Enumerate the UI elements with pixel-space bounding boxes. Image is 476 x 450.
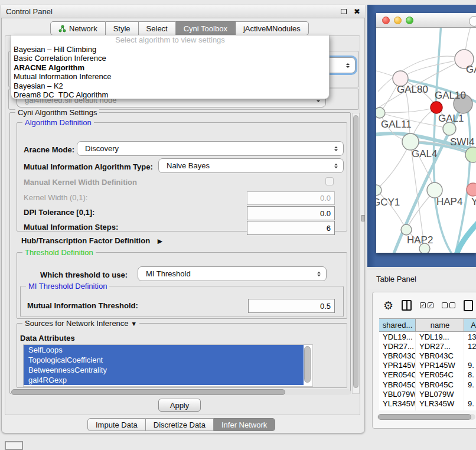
- cell: YLR345W: [416, 399, 464, 408]
- cell: YDL19...: [379, 332, 416, 341]
- which-threshold-value: MI Threshold: [146, 269, 191, 278]
- which-threshold-combobox[interactable]: MI Threshold: [138, 266, 327, 281]
- table-panel-header: Table Panel: [367, 269, 476, 289]
- cell: YDL19...: [416, 332, 464, 341]
- node-selected[interactable]: [431, 102, 442, 113]
- table-row[interactable]: YBR043C YBR043C: [379, 351, 476, 360]
- cell: 9.: [464, 399, 476, 408]
- table-row[interactable]: YDL19... YDL19... 13: [379, 332, 476, 341]
- dpi-tolerance-input[interactable]: 0.0: [247, 206, 335, 220]
- node[interactable]: [467, 183, 476, 196]
- tab-discretize-data[interactable]: Discretize Data: [146, 418, 214, 431]
- list-item[interactable]: gal4RGexp: [24, 375, 304, 385]
- sources-group-title[interactable]: Sources for Network Inference ▼: [22, 319, 139, 328]
- kernel-width-input[interactable]: 0.0: [247, 191, 335, 205]
- kernel-width-label: Kernel Width (0,1):: [24, 193, 87, 202]
- dropdown-item[interactable]: Bayesian – K2: [11, 81, 329, 90]
- manual-kernel-checkbox[interactable]: [325, 177, 334, 185]
- dropdown-item[interactable]: Basic Correlation Inference: [11, 54, 329, 63]
- settings-vertical-scrollbar-thumb[interactable]: [353, 115, 358, 388]
- cell: 12: [464, 341, 476, 351]
- bottom-tabbar: Impute Data Discretize Data Infer Networ…: [87, 418, 275, 431]
- hub-definition-toggle[interactable]: Hub/Transcription Factor Definition ▶: [21, 236, 162, 245]
- split-columns-icon[interactable]: [402, 300, 412, 311]
- new-table-icon[interactable]: [464, 300, 473, 311]
- list-item[interactable]: BetweennessCentrality: [24, 365, 304, 375]
- table-row[interactable]: YBL079W YBL079W: [379, 389, 476, 399]
- mi-steps-input[interactable]: 6: [247, 221, 335, 235]
- cell: YER054C: [416, 370, 464, 380]
- dpi-tolerance-value: 0.0: [320, 209, 331, 218]
- table-horizontal-scrollbar-thumb[interactable]: [378, 414, 471, 420]
- table-panel-toolbar: ⚙ ✓ ✓: [373, 297, 476, 314]
- float-window-icon[interactable]: [341, 9, 347, 14]
- settings-vertical-scrollbar[interactable]: [352, 113, 360, 394]
- attributes-scrollbar[interactable]: [304, 345, 311, 385]
- aracne-mode-combobox[interactable]: Discovery: [77, 141, 344, 156]
- tab-network[interactable]: Network: [50, 21, 106, 35]
- close-icon[interactable]: ✖: [354, 8, 360, 15]
- dropdown-item[interactable]: Dream8 DC_TDC Algorithm: [11, 90, 329, 99]
- dropdown-item[interactable]: Bayesian – Hill Climbing: [11, 45, 329, 54]
- tab-infer-network[interactable]: Infer Network: [214, 418, 275, 431]
- splitter-handle[interactable]: [361, 215, 365, 221]
- unchecked-box-icon: [449, 302, 455, 308]
- close-traffic-light-icon[interactable]: [382, 17, 390, 24]
- list-item[interactable]: TopologicalCoefficient: [24, 355, 304, 365]
- select-all-checkboxes-icon[interactable]: ✓ ✓: [420, 302, 433, 308]
- mi-threshold-input[interactable]: 0.5: [248, 299, 335, 313]
- attributes-scrollbar-thumb[interactable]: [304, 346, 311, 383]
- node[interactable]: [376, 185, 382, 195]
- partial-bottom-icon[interactable]: [5, 441, 23, 450]
- node[interactable]: [401, 224, 412, 235]
- mi-steps-value: 6: [327, 224, 331, 233]
- column-header-name[interactable]: name: [416, 319, 464, 331]
- table-row[interactable]: YPR145W YPR145W 9.: [379, 361, 476, 370]
- deselect-all-checkboxes-icon[interactable]: [442, 302, 455, 308]
- network-window-titlebar[interactable]: [376, 13, 476, 28]
- mi-type-combobox[interactable]: Naive Bayes: [158, 158, 344, 173]
- mi-steps-label: Mutual Information Steps:: [24, 223, 118, 231]
- aracne-mode-label: Aracne Mode:: [24, 145, 74, 154]
- table-row[interactable]: YBR045C YBR045C 9.: [379, 380, 476, 389]
- table-panel-title: Table Panel: [376, 275, 416, 283]
- control-panel-tabbar: Network Style Select Cyni Toolbox jActiv…: [50, 21, 309, 35]
- table-row[interactable]: YDR27... YDR27... 12: [379, 341, 476, 351]
- zoom-traffic-light-icon[interactable]: [406, 17, 413, 24]
- list-item[interactable]: SelfLoops: [24, 345, 304, 355]
- control-panel-titlebar[interactable]: Control Panel ✖: [1, 5, 365, 18]
- tab-impute-data[interactable]: Impute Data: [87, 418, 146, 431]
- dropdown-item[interactable]: Mutual Information Inference: [11, 72, 329, 81]
- tab-jactivemnodules[interactable]: jActiveMNodules: [236, 21, 309, 35]
- node-label: HAP2: [407, 234, 433, 246]
- cell: [464, 389, 476, 399]
- column-header-next[interactable]: A: [464, 319, 476, 331]
- table-horizontal-scrollbar[interactable]: [377, 414, 475, 420]
- column-header-shared[interactable]: shared...: [379, 319, 416, 331]
- tab-select[interactable]: Select: [139, 21, 176, 35]
- gear-icon[interactable]: ⚙: [383, 300, 393, 311]
- table-row[interactable]: YLR345W YLR345W 9.: [379, 399, 476, 408]
- tab-cyni-toolbox[interactable]: Cyni Toolbox: [176, 21, 236, 35]
- network-graph[interactable]: GAL80 GAL10 GAL1 GAL11 SWI4 GAL4 GCY1 HA…: [376, 28, 476, 253]
- node[interactable]: [443, 122, 456, 135]
- dropdown-item-selected[interactable]: ARACNE Algorithm: [11, 63, 329, 72]
- minimize-traffic-light-icon[interactable]: [394, 17, 402, 24]
- apply-button[interactable]: Apply: [158, 399, 201, 412]
- settings-horizontal-scrollbar-thumb[interactable]: [11, 389, 285, 395]
- table-row[interactable]: YER054C YER054C 8.: [379, 370, 476, 380]
- tab-style[interactable]: Style: [106, 21, 139, 35]
- dpi-tolerance-label: DPI Tolerance [0,1]:: [24, 208, 94, 217]
- mi-threshold-label: Mutual Information Threshold:: [27, 301, 138, 310]
- algorithm-dropdown-popup: Select algorithm to view settings Bayesi…: [11, 35, 330, 99]
- tab-select-label: Select: [146, 24, 168, 33]
- node-label: GAL: [466, 64, 476, 75]
- network-view-window[interactable]: GAL80 GAL10 GAL1 GAL11 SWI4 GAL4 GCY1 HA…: [376, 13, 476, 253]
- cell: YBR043C: [416, 351, 464, 360]
- cell: YPR145W: [416, 361, 464, 370]
- settings-horizontal-scrollbar[interactable]: [11, 389, 351, 395]
- node[interactable]: [376, 107, 385, 118]
- table-row[interactable]: YIL052C YIL052C 9: [379, 409, 476, 411]
- mi-threshold-group-title: MI Threshold Definition: [26, 282, 109, 291]
- node[interactable]: [402, 133, 419, 150]
